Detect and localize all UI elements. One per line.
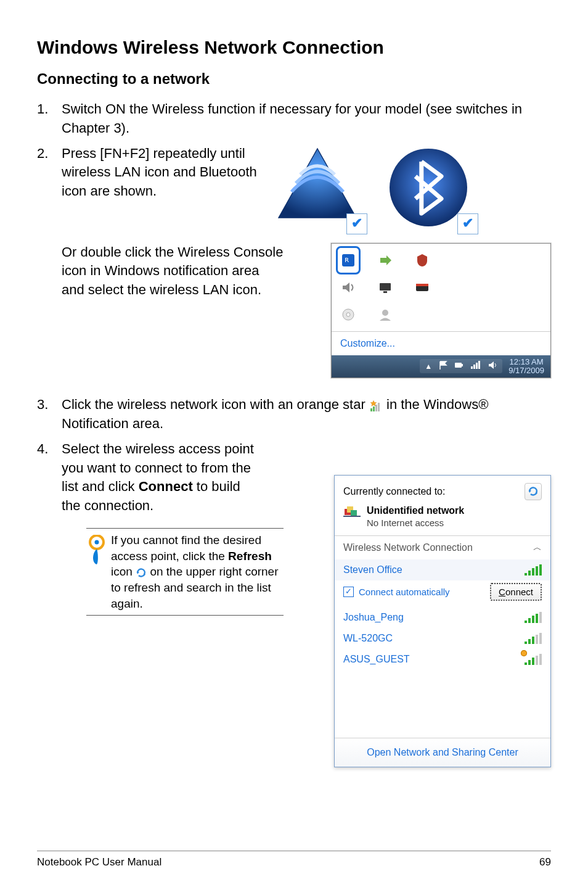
- security-tray-icon[interactable]: [413, 251, 431, 270]
- wifi-ap-item[interactable]: Steven Office: [335, 559, 550, 580]
- svg-rect-11: [473, 365, 475, 369]
- wifi-ap-name: Joshua_Peng: [343, 612, 404, 623]
- refresh-inline-icon: [136, 567, 147, 578]
- svg-rect-28: [343, 516, 361, 517]
- clock-time: 12:13 AM: [508, 358, 544, 366]
- step-1-number: 1.: [37, 100, 62, 138]
- user-tray-icon[interactable]: [376, 305, 394, 324]
- svg-point-7: [382, 310, 388, 316]
- app-redbar-tray-icon[interactable]: [413, 278, 431, 297]
- page-heading: Windows Wireless Network Connection: [37, 37, 551, 58]
- step-4-text: Select the wireless access point you wan…: [62, 440, 259, 516]
- connect-automatically-checkbox[interactable]: ✓ Connect automatically: [343, 587, 450, 597]
- svg-marker-0: [279, 149, 356, 218]
- svg-rect-12: [476, 363, 478, 369]
- wireless-console-icon[interactable]: [339, 251, 357, 270]
- network-name: Unidentified network: [367, 505, 464, 516]
- step-2-text: Press [FN+F2] repeatedly until wireless …: [62, 144, 271, 201]
- network-tray-icon[interactable]: [470, 360, 481, 372]
- flag-tray-icon[interactable]: [438, 360, 448, 372]
- wlan-enabled-icon: ✔: [271, 144, 364, 231]
- network-category-icon: [343, 504, 361, 518]
- usb-tray-icon[interactable]: [376, 251, 394, 270]
- page-subheading: Connecting to a network: [37, 70, 551, 88]
- connected-to-label: Currently connected to:: [343, 486, 445, 497]
- wifi-ap-item[interactable]: WL-520GC: [335, 628, 550, 649]
- wifi-ap-item[interactable]: Joshua_Peng: [335, 607, 550, 628]
- svg-rect-14: [370, 408, 372, 411]
- taskbar-clock[interactable]: 12:13 AM 9/17/2009: [508, 358, 544, 376]
- taskbar: ▲: [332, 355, 550, 378]
- refresh-button[interactable]: [525, 483, 542, 500]
- step-2: 2. Press [FN+F2] repeatedly until wirele…: [37, 144, 551, 231]
- notification-overflow-panel: Customize... ▲: [331, 243, 551, 379]
- svg-point-20: [95, 540, 99, 544]
- svg-rect-9: [462, 364, 463, 366]
- wireless-orange-star-icon: [369, 399, 383, 411]
- volume-tray-icon[interactable]: [339, 278, 357, 297]
- step-4-number: 4.: [37, 440, 62, 516]
- wifi-ap-name: Steven Office: [343, 564, 402, 576]
- svg-rect-1: [380, 283, 391, 291]
- monitor-tray-icon[interactable]: [376, 278, 394, 297]
- step-1-text: Switch ON the Wireless function if neces…: [62, 100, 551, 138]
- step-1: 1. Switch ON the Wireless function if ne…: [37, 100, 551, 138]
- step-2-number: 2.: [37, 144, 62, 231]
- check-badge-icon: ✔: [457, 213, 478, 234]
- svg-point-6: [346, 313, 350, 316]
- svg-rect-16: [375, 405, 377, 411]
- signal-strength-locked-icon: [525, 654, 542, 665]
- customize-link[interactable]: Customize...: [332, 331, 550, 355]
- tip-text: If you cannot find the desired access po…: [111, 532, 284, 611]
- svg-marker-23: [529, 490, 531, 493]
- svg-rect-8: [455, 363, 462, 368]
- signal-strength-icon: [525, 612, 542, 623]
- svg-rect-27: [351, 510, 357, 516]
- step-3-text: Click the wireless network icon with an …: [62, 395, 551, 434]
- svg-rect-15: [373, 406, 375, 411]
- svg-marker-21: [137, 572, 139, 574]
- power-tray-icon[interactable]: [454, 361, 464, 371]
- step-2b-text: Or double click the Wireless Console ico…: [62, 243, 284, 300]
- step-3: 3. Click the wireless network icon with …: [37, 395, 551, 434]
- wifi-ap-name: ASUS_GUEST: [343, 654, 410, 665]
- svg-rect-4: [416, 284, 428, 286]
- bluetooth-enabled-icon: ✔: [382, 144, 475, 231]
- tip-callout: If you cannot find the desired access po…: [86, 528, 284, 616]
- wireless-network-panel: Currently connected to: Unidentified net…: [334, 475, 551, 767]
- wifi-ap-item[interactable]: ASUS_GUEST: [335, 649, 550, 670]
- svg-rect-2: [383, 291, 387, 293]
- page-footer: Notebook PC User Manual 69: [37, 851, 551, 868]
- network-status: No Internet access: [367, 518, 542, 528]
- footer-title: Notebook PC User Manual: [37, 856, 161, 868]
- chevron-up-icon[interactable]: ︿: [533, 542, 542, 553]
- disc-tray-icon[interactable]: [339, 305, 357, 324]
- wifi-ap-name: WL-520GC: [343, 633, 393, 644]
- tip-icon: [86, 532, 111, 611]
- wireless-section-label: Wireless Network Connection: [343, 542, 473, 553]
- connect-automatically-label: Connect automatically: [359, 587, 450, 597]
- svg-rect-13: [478, 361, 480, 369]
- check-badge-icon: ✔: [346, 213, 367, 234]
- step-3-number: 3.: [37, 395, 62, 434]
- show-hidden-icon[interactable]: ▲: [425, 362, 432, 371]
- signal-strength-icon: [525, 564, 542, 576]
- clock-date: 9/17/2009: [508, 366, 544, 375]
- open-network-center-link[interactable]: Open Network and Sharing Center: [335, 738, 550, 767]
- svg-rect-17: [378, 403, 380, 411]
- signal-strength-icon: [525, 633, 542, 644]
- connect-button[interactable]: Connect: [490, 583, 542, 601]
- sound-tray-icon[interactable]: [488, 360, 497, 372]
- page-number: 69: [539, 856, 551, 868]
- svg-rect-10: [471, 366, 473, 369]
